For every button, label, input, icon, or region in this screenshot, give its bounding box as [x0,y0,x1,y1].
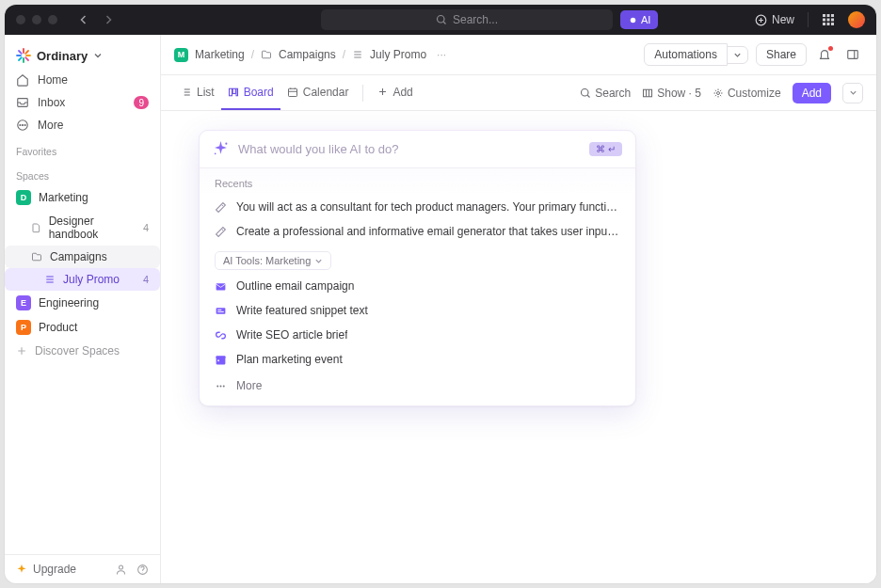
recent-item[interactable]: Create a professional and informative em… [200,219,635,244]
ai-tool-item[interactable]: Write SEO article brief [200,323,635,347]
view-calendar[interactable]: Calendar [280,75,356,110]
titlebar: Search... AI New [5,5,876,35]
svg-rect-4 [827,14,830,17]
folder-campaigns[interactable]: Campaigns [5,246,160,268]
item-count: 4 [143,274,149,285]
workspace-name: Ordinary [37,49,88,63]
automations-button[interactable]: Automations [644,43,728,66]
recent-item[interactable]: You will act as a consultant for tech pr… [200,195,635,219]
help-icon[interactable] [136,564,149,576]
upgrade-button[interactable]: Upgrade [16,563,76,576]
plus-icon [16,345,27,357]
panel-icon[interactable] [842,44,863,65]
workspace-switcher[interactable]: Ordinary [5,42,160,69]
svg-rect-10 [827,23,830,25]
sidebar-item-home[interactable]: Home [5,69,160,91]
list-icon [44,274,56,285]
views-row: List Board Calendar Add [161,75,876,111]
nav-forward-icon[interactable] [103,14,114,25]
view-board[interactable]: Board [221,75,280,110]
traffic-close[interactable] [16,15,25,24]
view-list[interactable]: List [174,75,221,110]
discover-spaces[interactable]: Discover Spaces [5,340,160,362]
share-button[interactable]: Share [756,43,807,66]
workspace-logo-icon [16,48,31,63]
svg-point-24 [582,88,589,96]
ai-tools-chip[interactable]: AI Tools: Marketing [215,251,331,270]
sparkle-icon [213,141,229,157]
ai-input[interactable]: What would you like AI to do? ⌘ ↵ [200,131,635,168]
list-designer-handbook[interactable]: Designer handbook 4 [5,210,160,246]
breadcrumb-row: M Marketing / Campaigns / July Promo ···… [161,35,876,75]
list-july-promo[interactable]: July Promo 4 [5,268,160,291]
svg-point-36 [216,385,218,387]
breadcrumb-space[interactable]: Marketing [195,48,245,61]
svg-rect-8 [831,19,834,22]
svg-point-1 [631,17,636,23]
svg-rect-34 [216,356,226,358]
automations-dropdown[interactable] [727,46,748,64]
chevron-down-icon [93,51,103,60]
ai-tool-item[interactable]: Outline email campaign [200,274,635,298]
ai-more[interactable]: More [200,372,635,405]
space-marketing[interactable]: D Marketing [5,185,160,210]
person-icon[interactable] [115,564,127,576]
link-icon [215,329,227,342]
gear-icon [713,87,724,99]
svg-rect-3 [823,14,825,17]
ai-tool-item[interactable]: Write featured snippet text [200,298,635,323]
nav-back-icon[interactable] [78,14,89,25]
svg-point-27 [225,143,227,145]
breadcrumb-folder[interactable]: Campaigns [279,48,336,61]
svg-rect-30 [216,308,226,314]
svg-point-15 [22,124,23,125]
shortcut-hint: ⌘ ↵ [589,142,622,156]
user-avatar[interactable] [848,11,865,28]
view-add[interactable]: Add [371,75,419,110]
breadcrumb-sep: / [251,48,254,61]
breadcrumb-space-badge[interactable]: M [174,48,188,62]
space-product[interactable]: P Product [5,315,160,340]
new-button[interactable]: New [755,13,794,26]
board-canvas: What would you like AI to do? ⌘ ↵ Recent… [161,111,876,583]
sidebar-item-more[interactable]: More [5,114,160,136]
view-show[interactable]: Show · 5 [642,87,701,100]
ai-button[interactable]: AI [620,10,658,29]
wand-icon [215,226,227,238]
list-icon [352,49,363,60]
divider [362,85,363,102]
svg-point-16 [24,124,25,125]
columns-icon [642,87,653,99]
notifications-icon[interactable] [814,44,835,65]
ai-tool-item[interactable]: Plan marketing event [200,347,635,372]
global-search[interactable]: Search... [321,9,613,30]
more-icon[interactable]: ··· [437,48,446,61]
plus-circle-icon [755,14,767,26]
list-icon [181,87,192,98]
svg-rect-35 [217,359,219,361]
calendar-icon [287,87,298,98]
svg-rect-6 [823,19,825,22]
svg-rect-20 [229,88,232,96]
sidebar-item-inbox[interactable]: Inbox 9 [5,91,160,114]
add-more-button[interactable] [842,83,863,103]
svg-point-37 [220,385,222,387]
chevron-down-icon [314,257,323,265]
add-button[interactable]: Add [793,83,831,103]
view-search[interactable]: Search [580,87,631,100]
space-badge-icon: P [16,320,31,335]
sidebar: Ordinary Home Inbox 9 More Favorites Spa… [5,35,161,583]
calendar-icon [215,354,227,366]
traffic-max[interactable] [48,15,57,24]
sidebar-footer: Upgrade [5,554,160,583]
space-engineering[interactable]: E Engineering [5,291,160,315]
folder-icon [261,49,272,60]
app-window: Search... AI New Ordinary Ho [5,5,876,583]
board-icon [228,87,239,98]
favorites-label: Favorites [5,136,160,161]
traffic-min[interactable] [32,15,41,24]
breadcrumb-list[interactable]: July Promo [370,48,426,61]
view-customize[interactable]: Customize [713,87,781,100]
spaces-label: Spaces [5,161,160,185]
apps-icon[interactable] [822,13,835,26]
